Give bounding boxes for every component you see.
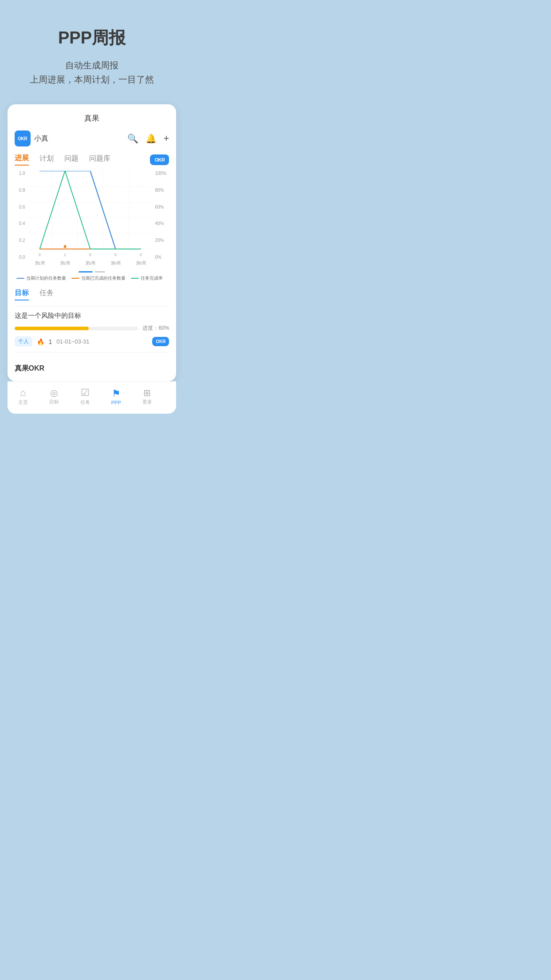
goal-count: 1 [49,338,52,345]
task-icon: ☑ [81,388,90,398]
bell-icon[interactable]: 🔔 [146,133,157,144]
user-name: 小真 [34,134,48,143]
home-icon: ⌂ [20,388,26,398]
sub-tabs: 目标 任务 [15,288,169,300]
chart-area: 1.0 0.8 0.6 0.4 0.2 0.0 [15,171,169,281]
svg-text:1: 1 [64,253,66,257]
main-card: 真果 OKR 小真 🔍 🔔 + 进展 计划 问题 问题库 OKR 1.0 0.8… [8,104,177,381]
legend-line-completed [71,278,79,279]
legend-planned: 当期计划的任务数量 [16,275,66,281]
chart-container: 1.0 0.8 0.6 0.4 0.2 0.0 [15,171,169,269]
subtitle: 自动生成周报 上周进展，本周计划，一目了然 [9,58,175,87]
goal-title: 这是一个风险中的目标 [15,312,169,320]
nav-goal-label: 目标 [49,399,59,405]
legend-completed: 当期已完成的任务数量 [71,275,126,281]
legend-label-rate: 任务完成率 [141,275,163,281]
okr-tab-button[interactable]: OKR [150,154,169,165]
app-header-right: 🔍 🔔 + [127,133,169,144]
tab-plan[interactable]: 计划 [39,154,54,165]
nav-task[interactable]: ☑ 任务 [80,388,90,406]
svg-text:第5周: 第5周 [136,261,145,266]
okr-logo: OKR [15,130,31,146]
tabs-row: 进展 计划 问题 问题库 OKR [15,154,169,166]
svg-text:第4周: 第4周 [110,261,120,266]
svg-text:0: 0 [39,253,41,257]
nav-ppp[interactable]: ⚑ PPP [111,389,121,405]
y-axis-right: 100% 80% 60% 40% 20% 0% [153,171,169,269]
fire-icon: 🔥 [37,338,44,345]
progress-text: 进度：60% [142,324,169,332]
goal-date: 01-01~03-31 [56,338,89,345]
app-header: OKR 小真 🔍 🔔 + [15,130,169,146]
progress-bar-fill [15,327,89,330]
svg-text:第2周: 第2周 [60,261,69,266]
legend-line-rate [131,278,139,279]
tag-personal: 个人 [15,336,32,347]
chart-svg-container: 0 1 0 0 0 100 第1周 第2周 第3周 第4周 第5周 [27,171,153,269]
progress-bar-wrap: 进度：60% [15,324,169,332]
app-header-left: OKR 小真 [15,130,48,146]
top-section: PPP周报 自动生成周报 上周进展，本周计划，一目了然 [0,0,184,100]
svg-point-12 [63,171,66,172]
legend-label-planned: 当期计划的任务数量 [26,275,66,281]
chart-scrollbar [15,271,169,273]
search-icon[interactable]: 🔍 [127,133,138,144]
nav-goal[interactable]: ◎ 目标 [49,388,59,405]
sub-tab-goal[interactable]: 目标 [15,288,29,300]
sub-tab-task[interactable]: 任务 [39,288,54,300]
goal-meta: 个人 🔥 1 01-01~03-31 OKR [15,336,169,347]
progress-bar-bg [15,327,138,330]
tab-issue[interactable]: 问题 [64,154,79,165]
nav-more[interactable]: ⊞ 更多 [142,388,152,405]
subtitle-line1: 自动生成周报 [65,60,118,70]
card-title: 真果 [15,113,169,123]
tab-progress[interactable]: 进展 [15,154,29,166]
y-axis-left: 1.0 0.8 0.6 0.4 0.2 0.0 [15,171,27,269]
goal-icon: ◎ [50,388,58,397]
goal-item: 这是一个风险中的目标 进度：60% 个人 🔥 1 01-01~03-31 OKR [15,306,169,352]
tab-issue-bank[interactable]: 问题库 [89,154,110,165]
nav-ppp-label: PPP [111,400,121,405]
chart-legend: 当期计划的任务数量 当期已完成的任务数量 任务完成率 [15,275,169,281]
bottom-nav: ⌂ 主页 ◎ 目标 ☑ 任务 ⚑ PPP ⊞ 更多 [8,382,163,414]
svg-text:0: 0 [114,253,117,257]
svg-text:0: 0 [89,253,91,257]
okr-section-title: 真果OKR [15,359,169,373]
nav-more-label: 更多 [142,399,152,405]
plus-icon[interactable]: + [164,133,169,144]
ppp-icon: ⚑ [112,389,121,399]
more-icon: ⊞ [143,388,151,397]
svg-text:第1周: 第1周 [35,261,44,266]
main-title: PPP周报 [9,27,175,49]
svg-text:第3周: 第3周 [85,261,94,266]
chart-svg: 0 1 0 0 0 100 第1周 第2周 第3周 第4周 第5周 [27,171,153,269]
subtitle-line2: 上周进展，本周计划，一目了然 [30,75,154,84]
nav-task-label: 任务 [80,399,90,406]
nav-home[interactable]: ⌂ 主页 [18,388,28,406]
legend-rate: 任务完成率 [131,275,163,281]
goal-meta-right: OKR [152,337,169,346]
legend-label-completed: 当期已完成的任务数量 [81,275,126,281]
legend-line-planned [16,278,24,279]
nav-home-label: 主页 [18,399,28,406]
svg-text:0: 0 [140,253,142,257]
svg-point-11 [63,245,66,248]
okr-badge: OKR [152,337,169,346]
